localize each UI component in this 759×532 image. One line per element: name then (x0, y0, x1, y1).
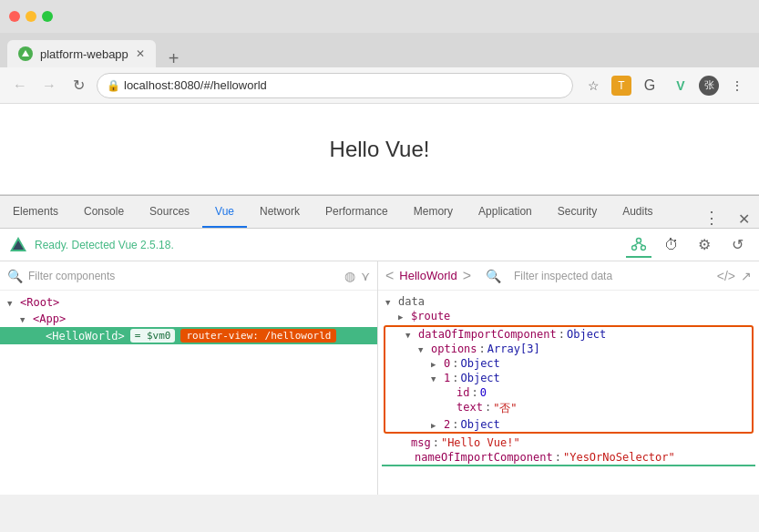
vue-toolbar-icons: ⏱ ⚙ ↺ (626, 232, 750, 258)
address-text: localhost:8080/#/helloworld (124, 78, 267, 92)
right-icons: </> ↗ (717, 269, 752, 283)
data-row-0[interactable]: 0 : Object (385, 356, 752, 371)
tree-item-helloworld[interactable]: <HelloWorld> = $vm0 router-view: /hellow… (0, 327, 377, 344)
page-heading: Hello Vue! (330, 137, 430, 162)
tab-console[interactable]: Console (71, 196, 137, 228)
embed-icon[interactable]: </> (717, 269, 735, 283)
item1-key: 1 (444, 372, 450, 384)
data-row-msg: msg : "Hello Vue!" (378, 435, 759, 450)
svg-marker-0 (22, 50, 29, 56)
options-arrow[interactable] (418, 343, 431, 355)
dt-panels: 🔍 ◍ ⋎ <Root> <App> (0, 261, 759, 495)
data-row-route[interactable]: $route (378, 309, 759, 323)
item0-key: 0 (444, 357, 450, 370)
menu-icon[interactable]: ⋮ (724, 73, 750, 98)
data-row-id: id : 0 (385, 385, 752, 400)
tab-elements[interactable]: Elements (0, 196, 71, 228)
address-bar[interactable]: 🔒 localhost:8080/#/helloworld (97, 73, 573, 98)
data-row-1[interactable]: 1 : Object (385, 371, 752, 385)
svg-point-3 (637, 238, 641, 242)
highlight-box: dataOfImportComponent : Object options :… (384, 325, 754, 434)
item1-type: Object (460, 372, 499, 384)
vue-logo (9, 236, 27, 254)
filter-data-input[interactable] (514, 270, 712, 282)
route-arrow[interactable] (398, 310, 411, 322)
minimize-button[interactable] (26, 11, 36, 22)
item2-type: Object (460, 418, 499, 431)
tab-audits[interactable]: Audits (610, 196, 665, 228)
tree-item-app[interactable]: <App> (0, 311, 377, 327)
left-panel: 🔍 ◍ ⋎ <Root> <App> (0, 261, 378, 495)
refresh-filter-icon[interactable]: ◍ (344, 269, 355, 283)
svg-point-4 (632, 245, 637, 250)
more-tabs-button[interactable]: ⋮ (694, 208, 729, 228)
component-tree: <Root> <App> <HelloWorld> = $vm0 r (0, 291, 377, 495)
dataofimport-arrow[interactable] (405, 328, 418, 341)
tab-performance[interactable]: Performance (313, 196, 401, 228)
item0-type: Object (460, 357, 499, 370)
tab-memory[interactable]: Memory (401, 196, 466, 228)
maximize-button[interactable] (42, 11, 53, 22)
data-row-2[interactable]: 2 : Object (385, 417, 752, 432)
dataofimport-key: dataOfImportComponent (418, 328, 557, 341)
forward-button[interactable]: → (38, 75, 60, 97)
component-tree-icon[interactable] (626, 232, 651, 258)
svg-point-5 (641, 245, 646, 250)
data-row-text: text : "否" (385, 400, 752, 417)
tab-sources[interactable]: Sources (137, 196, 202, 228)
browser-tab[interactable]: platform-webapp ✕ (7, 40, 156, 67)
back-button[interactable]: ← (9, 75, 31, 97)
vue-status: Ready. Detected Vue 2.5.18. (35, 239, 619, 251)
data-row-dataofimport[interactable]: dataOfImportComponent : Object (385, 327, 752, 342)
data-section-arrow[interactable] (385, 295, 398, 308)
close-devtools-button[interactable]: ✕ (729, 210, 759, 228)
tab-application[interactable]: Application (466, 196, 545, 228)
page-content: Hello Vue! (0, 104, 759, 195)
text-value: "否" (493, 401, 517, 416)
tree-item-root[interactable]: <Root> (0, 294, 377, 311)
new-tab-button[interactable]: + (163, 49, 185, 67)
reload-button[interactable]: ↻ (67, 75, 89, 97)
bookmark-icon[interactable]: ☆ (580, 73, 606, 98)
item2-arrow[interactable] (431, 418, 444, 431)
settings-icon[interactable]: ⚙ (692, 232, 717, 258)
sort-icon[interactable]: ⋎ (361, 269, 370, 283)
profile-icon[interactable]: 张 (699, 76, 719, 96)
svg-line-6 (634, 242, 639, 245)
tab-close-button[interactable]: ✕ (136, 47, 145, 60)
item1-arrow[interactable] (431, 372, 444, 384)
angle-open: < (385, 268, 394, 284)
extension-icon-3[interactable]: V (668, 73, 693, 98)
data-section-header: data (378, 294, 759, 309)
right-panel: < HelloWorld > 🔍 </> ↗ data (378, 261, 759, 495)
tree-tag-root: <Root> (20, 296, 59, 309)
history-icon[interactable]: ⏱ (659, 232, 684, 258)
id-key: id (456, 386, 469, 399)
lock-icon: 🔒 (107, 79, 120, 92)
nav-icons: ☆ T G V 张 ⋮ (580, 73, 750, 98)
filter-icon: 🔍 (7, 269, 23, 283)
vm-badge: = $vm0 (130, 329, 176, 343)
tab-vue[interactable]: Vue (202, 196, 247, 228)
inspected-component-name: HelloWorld (399, 269, 456, 282)
close-button[interactable] (9, 11, 20, 22)
nav-bar: ← → ↻ 🔒 localhost:8080/#/helloworld ☆ T … (0, 67, 759, 104)
filter-components-input[interactable] (28, 270, 339, 282)
tab-security[interactable]: Security (545, 196, 610, 228)
data-row-options[interactable]: options : Array[3] (385, 342, 752, 356)
tree-arrow-root (7, 296, 20, 309)
right-toolbar: < HelloWorld > 🔍 </> ↗ (378, 261, 759, 291)
msg-value: "Hello Vue!" (441, 436, 520, 449)
extension-icon-1[interactable]: T (611, 76, 631, 96)
refresh-icon[interactable]: ↺ (724, 232, 750, 258)
open-external-icon[interactable]: ↗ (741, 269, 752, 283)
data-row-nameofimport: nameOfImportComponent : "YesOrNoSelector… (382, 450, 755, 466)
extension-icon-2[interactable]: G (637, 73, 662, 98)
right-filter-icon: 🔍 (486, 269, 501, 283)
tab-bar: platform-webapp ✕ + (0, 33, 759, 67)
dataofimport-type: Object (567, 328, 606, 341)
item0-arrow[interactable] (431, 357, 444, 370)
options-type: Array[3] (487, 343, 540, 355)
data-tree: data $route dataOfImpor (378, 291, 759, 495)
tab-network[interactable]: Network (247, 196, 313, 228)
